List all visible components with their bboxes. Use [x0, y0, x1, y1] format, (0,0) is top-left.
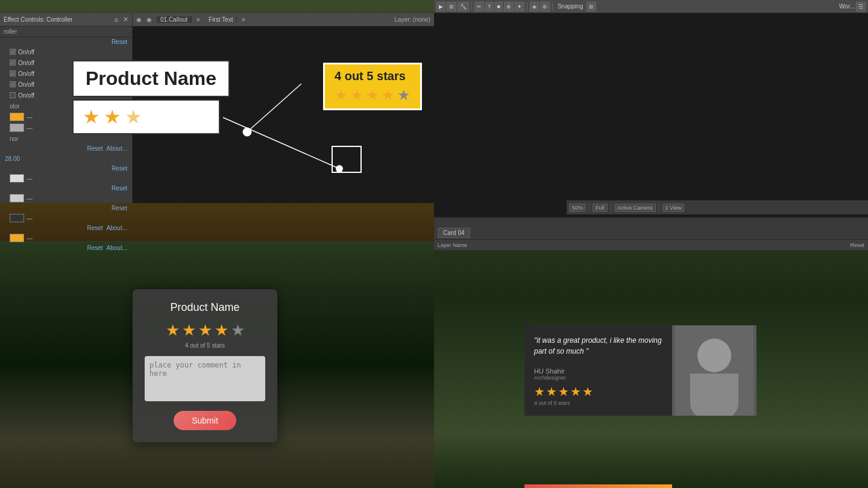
test-star-5: ★ [582, 384, 593, 399]
ctrl-views-btn[interactable]: 1 View [662, 204, 685, 212]
review-rating-text: 4 out of 5 stars [145, 342, 265, 349]
tb-sep-3 [552, 2, 553, 11]
review-textarea[interactable] [145, 356, 265, 401]
review-star-4[interactable]: ★ [215, 321, 228, 340]
tb-mask[interactable]: ◈ [530, 2, 539, 11]
ctrl-zoom-btn[interactable]: 50% [569, 204, 586, 212]
test-star-3: ★ [558, 384, 569, 399]
layer-name-label: Layer Name [438, 242, 467, 248]
testimonial-rating-text: 4 out of 5 stars [534, 400, 662, 406]
tb-text[interactable]: T [485, 2, 494, 11]
svg-point-5 [697, 339, 731, 372]
star-3: ★ [125, 105, 142, 128]
snapping-label: Snapping [558, 3, 583, 10]
ctrl-sep-1 [589, 204, 590, 212]
tb-btn-3[interactable]: 🔧 [458, 2, 469, 11]
test-star-4: ★ [570, 384, 581, 399]
portrait-svg [675, 325, 753, 416]
ae-main-toolbar: ▶ ⊞ 🔧 ✏ T ■ ⊕ ✦ ◈ ⊛ Snapping ⊞ Wor... ☰ [434, 0, 868, 13]
review-stars: ★ ★ ★ ★ ★ [145, 321, 265, 340]
ctrl-sep-2 [611, 204, 611, 212]
svg-rect-7 [690, 374, 738, 404]
bg-top-right [434, 0, 868, 217]
tb-light[interactable]: ✦ [515, 2, 524, 11]
product-callout: Product Name ★ ★ ★ [72, 60, 230, 134]
tb-pen[interactable]: ✏ [474, 2, 484, 11]
testimonial-quote: "it was a great product, i like the movi… [534, 335, 662, 357]
tb-snapping-btn[interactable]: ⊞ [587, 2, 596, 11]
ctrl-quality-btn[interactable]: Full [593, 204, 608, 212]
test-star-2: ★ [546, 384, 557, 399]
testimonial-bottom-bar [524, 484, 672, 488]
tb-workspace-btn[interactable]: ☰ [856, 2, 866, 11]
test-star-1: ★ [534, 384, 545, 399]
review-star-1[interactable]: ★ [166, 321, 180, 340]
ae-layer-header: Layer Name Reset [434, 239, 868, 250]
tb-sep-2 [527, 2, 527, 11]
review-product-name: Product Name [145, 301, 265, 314]
card-tab[interactable]: Card 04 [438, 228, 470, 238]
svg-line-0 [223, 117, 339, 169]
stars-box: ★ ★ ★ [72, 99, 220, 134]
review-star-2[interactable]: ★ [182, 321, 196, 340]
bottom-left-panel: Product Name ★ ★ ★ ★ ★ 4 out of 5 stars … [0, 241, 434, 488]
review-star-5[interactable]: ★ [231, 321, 245, 340]
testimonial-image [672, 325, 756, 416]
tb-workspace-text: Wor... [839, 3, 855, 10]
testimonial-stars: ★ ★ ★ ★ ★ [534, 384, 662, 399]
product-name-text: Product Name [86, 67, 216, 89]
testimonial-content: "it was a great product, i like the movi… [524, 325, 672, 416]
ctrl-camera-btn[interactable]: Active Camera [614, 204, 656, 212]
ctrl-sep-3 [659, 204, 659, 212]
tb-brush[interactable]: ⊛ [540, 2, 550, 11]
review-submit-button[interactable]: Submit [174, 411, 236, 430]
tb-shape[interactable]: ■ [495, 2, 503, 11]
review-star-3[interactable]: ★ [198, 321, 212, 340]
reset-label: Reset [850, 242, 864, 248]
tb-btn-1[interactable]: ▶ [436, 2, 445, 11]
tb-btn-2[interactable]: ⊞ [447, 2, 456, 11]
testimonial-author-title: Archdesigner [534, 375, 662, 381]
svg-point-1 [336, 165, 343, 172]
testimonial-author: HU Shahir [534, 368, 662, 375]
tb-camera[interactable]: ⊕ [504, 2, 514, 11]
top-left-panel: Product Name ★ ★ ★ [0, 0, 434, 241]
review-card: Product Name ★ ★ ★ ★ ★ 4 out of 5 stars … [133, 289, 277, 442]
tb-sep-1 [471, 2, 472, 11]
testimonial-card: "it was a great product, i like the movi… [524, 325, 756, 416]
product-name-box: Product Name [72, 60, 230, 97]
ae-controls-bar: 50% Full Active Camera 1 View [567, 200, 868, 214]
star-2: ★ [104, 105, 121, 128]
star-1: ★ [83, 105, 100, 128]
